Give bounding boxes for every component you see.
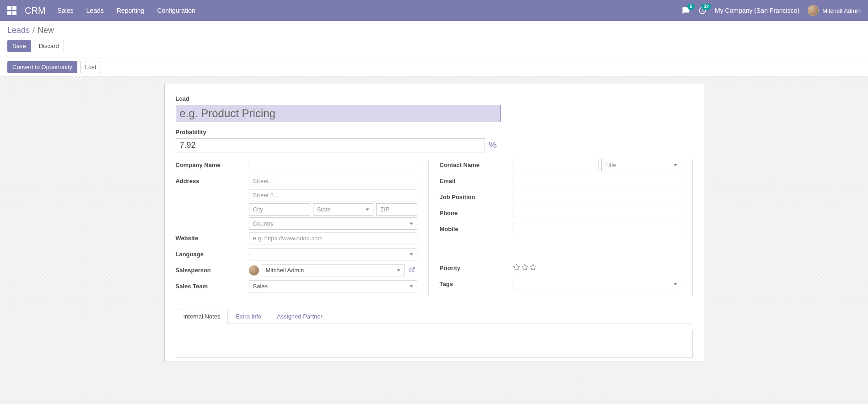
lost-button[interactable]: Lost <box>80 61 102 73</box>
activities-icon[interactable]: 32 <box>698 6 706 15</box>
contact-name-label: Contact Name <box>440 159 513 168</box>
user-menu[interactable]: Mitchell Admin <box>808 5 861 16</box>
convert-to-opportunity-button[interactable]: Convert to Opportunity <box>7 61 77 73</box>
probability-label: Probability <box>176 129 501 135</box>
tab-content[interactable] <box>176 330 693 358</box>
address-label: Address <box>176 175 249 184</box>
user-avatar-icon <box>808 5 819 16</box>
job-position-label: Job Position <box>440 191 513 200</box>
navbar: CRM Sales Leads Reporting Configuration … <box>0 0 868 21</box>
svg-marker-3 <box>530 264 536 270</box>
tags-select[interactable] <box>513 278 681 290</box>
mobile-label: Mobile <box>440 223 513 232</box>
nav-configuration[interactable]: Configuration <box>157 7 195 14</box>
lead-name-input[interactable] <box>176 105 501 122</box>
city-input[interactable] <box>249 203 310 216</box>
lead-label: Lead <box>176 95 501 102</box>
priority-label: Priority <box>440 262 513 271</box>
job-position-input[interactable] <box>513 191 681 203</box>
salesperson-select[interactable]: Mitchell Admin <box>262 264 404 276</box>
save-button[interactable]: Save <box>7 40 31 52</box>
status-bar: Convert to Opportunity Lost <box>0 58 868 76</box>
street2-input[interactable] <box>249 189 417 201</box>
messages-badge: 5 <box>687 4 695 10</box>
sales-team-label: Sales Team <box>176 280 249 290</box>
language-select[interactable] <box>249 248 417 260</box>
mobile-input[interactable] <box>513 223 681 235</box>
svg-marker-1 <box>513 264 519 270</box>
user-name: Mitchell Admin <box>822 7 861 14</box>
contact-details-right: Contact Name Title Email Job Position <box>429 159 693 296</box>
street-input[interactable] <box>249 175 417 187</box>
contact-name-input[interactable] <box>513 159 598 171</box>
breadcrumb: Leads / New <box>7 26 861 35</box>
control-panel: Leads / New Save Discard <box>0 21 868 58</box>
phone-input[interactable] <box>513 207 681 219</box>
country-select[interactable]: Country <box>249 217 417 230</box>
title-select[interactable]: Title <box>601 159 681 171</box>
star-3[interactable] <box>529 264 537 272</box>
company-name-input[interactable] <box>249 159 417 171</box>
form-tabs: Internal Notes Extra Info Assigned Partn… <box>176 309 693 324</box>
company-switcher[interactable]: My Company (San Francisco) <box>715 7 799 14</box>
email-label: Email <box>440 175 513 184</box>
phone-label: Phone <box>440 207 513 216</box>
sales-team-select[interactable]: Sales <box>249 280 417 292</box>
form-background: Lead Probability % Company Name Address <box>0 76 868 404</box>
email-input[interactable] <box>513 175 681 187</box>
salesperson-avatar-icon <box>249 265 259 275</box>
tags-label: Tags <box>440 278 513 287</box>
website-label: Website <box>176 232 249 242</box>
breadcrumb-current: New <box>38 26 54 35</box>
external-link-icon[interactable] <box>407 265 417 276</box>
discard-button[interactable]: Discard <box>34 40 64 52</box>
nav-sales[interactable]: Sales <box>58 7 74 14</box>
nav-leads[interactable]: Leads <box>86 7 104 14</box>
tab-extra-info[interactable]: Extra Info <box>228 309 269 324</box>
activities-badge: 32 <box>701 4 711 10</box>
contact-details-left: Company Name Address State Country <box>176 159 429 296</box>
form-sheet: Lead Probability % Company Name Address <box>164 84 704 362</box>
website-input[interactable] <box>249 232 417 244</box>
app-brand[interactable]: CRM <box>25 5 46 16</box>
tab-assigned-partner[interactable]: Assigned Partner <box>269 309 330 324</box>
company-name-label: Company Name <box>176 159 249 168</box>
percent-symbol: % <box>485 138 501 152</box>
apps-icon[interactable] <box>7 6 16 15</box>
breadcrumb-separator: / <box>32 26 35 35</box>
nav-reporting[interactable]: Reporting <box>117 7 145 14</box>
language-label: Language <box>176 248 249 258</box>
star-2[interactable] <box>521 264 528 272</box>
breadcrumb-parent[interactable]: Leads <box>7 26 30 35</box>
priority-stars <box>513 262 681 272</box>
svg-line-0 <box>411 267 414 270</box>
zip-input[interactable] <box>376 203 417 216</box>
tab-internal-notes[interactable]: Internal Notes <box>176 309 228 324</box>
messages-icon[interactable]: 5 <box>682 6 690 15</box>
salesperson-label: Salesperson <box>176 264 249 274</box>
state-select[interactable]: State <box>313 203 373 216</box>
svg-marker-2 <box>522 264 528 270</box>
star-1[interactable] <box>513 264 520 272</box>
probability-input[interactable] <box>176 138 485 152</box>
